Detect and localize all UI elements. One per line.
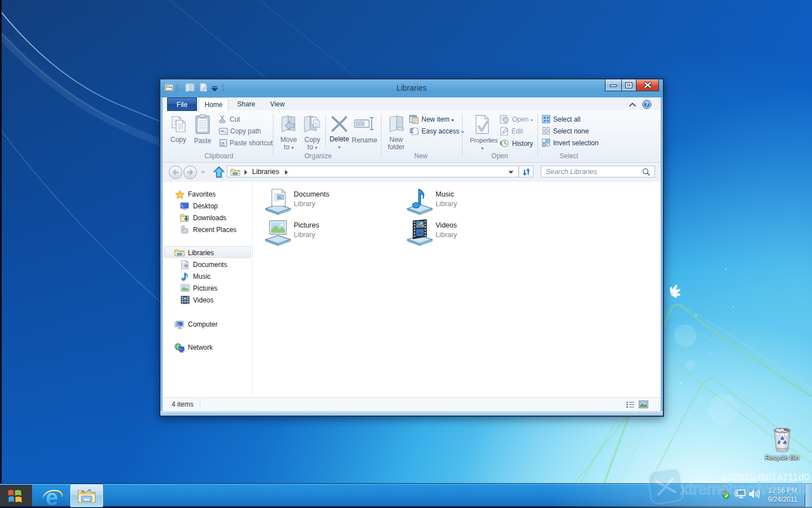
svg-text:e: e (46, 485, 58, 507)
svg-text:?: ? (645, 101, 648, 108)
